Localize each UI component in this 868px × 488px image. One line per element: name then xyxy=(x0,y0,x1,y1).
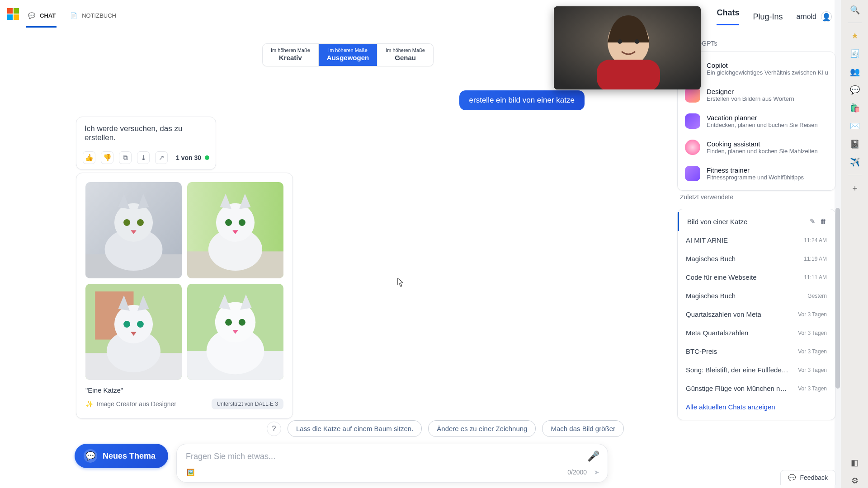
recent-item[interactable]: BTC-PreisVor 3 Tagen xyxy=(678,342,835,361)
help-icon[interactable]: ? xyxy=(267,422,281,436)
svg-point-22 xyxy=(114,305,153,343)
counter-text: 1 von 30 xyxy=(176,154,201,161)
tab-notebook[interactable]: 📄 NOTIZBUCH xyxy=(68,8,117,28)
sidepanel-toggle-icon[interactable]: ◧ xyxy=(848,455,862,470)
chat-icon: 💬 xyxy=(27,11,36,20)
view-all-chats[interactable]: Alle aktuellen Chats anzeigen xyxy=(678,398,835,416)
chat-input[interactable] xyxy=(185,451,581,462)
user-info[interactable]: arnold 👤 xyxy=(797,11,832,22)
suggestion-row: ? Lass die Katze auf einem Baum sitzen. … xyxy=(267,420,624,437)
user-avatar-icon: 👤 xyxy=(821,11,832,22)
recent-item[interactable]: Bild von einer Katze ✎ 🗑 xyxy=(678,212,835,231)
tab-chat[interactable]: 💬 CHAT xyxy=(26,8,57,28)
recent-item[interactable]: Quartalszahlen von MetaVor 3 Tagen xyxy=(678,305,835,324)
style-precise[interactable]: Im höheren Maße Genau xyxy=(377,44,433,66)
svg-point-40 xyxy=(618,39,622,44)
main-scrollbar[interactable] xyxy=(835,0,841,488)
style-precise-label: Genau xyxy=(386,54,425,62)
send-icon[interactable]: ✈️ xyxy=(848,155,862,169)
recent-title: Günstige Flüge von München nach Fra xyxy=(686,385,790,392)
copy-button[interactable]: ⧉ xyxy=(119,151,132,164)
recent-item[interactable]: Meta QuartalszahlenVor 3 Tagen xyxy=(678,324,835,342)
favorites-icon[interactable]: ★ xyxy=(848,28,862,43)
style-balanced[interactable]: Im höheren Maße Ausgewogen xyxy=(318,44,377,66)
generated-image-1[interactable] xyxy=(85,182,182,278)
fitness-icon xyxy=(685,166,700,181)
feedback-button[interactable]: 💬 Feedback xyxy=(780,470,835,485)
shopping-icon[interactable]: 🛍️ xyxy=(848,101,862,115)
suggestion-chip[interactable]: Mach das Bild größer xyxy=(542,420,624,437)
gpt-sub: Entdecken, planen und buchen Sie Reisen xyxy=(707,122,818,128)
generated-image-3[interactable] xyxy=(85,284,182,380)
recent-item[interactable]: Magisches BuchGestern xyxy=(678,286,835,305)
copilot-chat-icon[interactable]: 💬 xyxy=(848,83,862,97)
like-button[interactable]: 👍 xyxy=(83,151,95,164)
recent-item[interactable]: Song: Bleistift, der eine Füllfeder sein… xyxy=(678,361,835,379)
recent-item[interactable]: Günstige Flüge von München nach FraVor 3… xyxy=(678,379,835,398)
recent-title: AI MIT ARNIE xyxy=(686,236,728,244)
svg-rect-39 xyxy=(597,60,660,89)
recent-heading: Zuletzt verwendete xyxy=(680,193,835,201)
generated-image-4[interactable] xyxy=(187,284,283,380)
recent-time: 11:11 AM xyxy=(804,274,827,281)
download-button[interactable]: ⤓ xyxy=(137,151,150,164)
gpt-item-fitness[interactable]: Fitness trainer Fitnessprogramme und Woh… xyxy=(678,160,835,187)
cooking-icon xyxy=(685,140,700,155)
onenote-icon[interactable]: 📓 xyxy=(848,137,862,151)
generated-image-2[interactable] xyxy=(187,182,283,278)
svg-point-6 xyxy=(123,219,130,226)
gpt-name: Copilot xyxy=(707,61,828,69)
mic-icon[interactable]: 🎤 xyxy=(587,450,599,462)
svg-point-15 xyxy=(225,219,232,226)
user-name: arnold xyxy=(797,13,816,21)
recent-item[interactable]: Magisches Buch11:19 AM xyxy=(678,249,835,268)
recent-item[interactable]: AI MIT ARNIE11:24 AM xyxy=(678,231,835,249)
add-app-icon[interactable]: ＋ xyxy=(848,181,862,195)
gpt-name: Designer xyxy=(707,88,794,95)
gpt-item-copilot[interactable]: Copilot Ein gleichgewichtiges Verhältnis… xyxy=(678,56,835,82)
conversation-style-selector: Im höheren Maße Kreativ Im höheren Maße … xyxy=(262,43,434,66)
recent-time: Vor 3 Tagen xyxy=(798,330,827,336)
scroll-thumb[interactable] xyxy=(835,208,840,389)
suggestion-chip[interactable]: Lass die Katze auf einem Baum sitzen. xyxy=(288,420,422,437)
recent-time: 11:24 AM xyxy=(804,237,827,244)
dislike-button[interactable]: 👎 xyxy=(101,151,113,164)
image-result-card: "Eine Katze" ✨ Image Creator aus Designe… xyxy=(76,173,293,419)
people-icon[interactable]: 👥 xyxy=(848,65,862,79)
new-topic-label: Neues Thema xyxy=(103,451,156,461)
recent-actions: ✎ 🗑 xyxy=(810,217,827,225)
link-chats[interactable]: Chats xyxy=(717,8,739,25)
suggestion-chip[interactable]: Ändere es zu einer Zeichnung xyxy=(428,420,536,437)
recent-title: Song: Bleistift, der eine Füllfeder sein… xyxy=(686,366,790,374)
notebook-icon: 📄 xyxy=(69,11,78,20)
recent-time: Gestern xyxy=(807,293,827,299)
outlook-icon[interactable]: ✉️ xyxy=(848,119,862,133)
gpt-item-vacation[interactable]: Vacation planner Entdecken, planen und b… xyxy=(678,108,835,134)
gpt-name: Fitness trainer xyxy=(707,166,804,174)
image-upload-icon[interactable]: 🖼️ xyxy=(185,467,196,478)
link-plugins[interactable]: Plug-Ins xyxy=(753,12,783,22)
collections-icon[interactable]: 🧾 xyxy=(848,47,862,61)
style-creative[interactable]: Im höheren Maße Kreativ xyxy=(263,44,318,66)
search-icon[interactable]: 🔍 xyxy=(848,3,862,17)
powered-by-badge: Unterstützt von DALL·E 3 xyxy=(212,399,283,409)
settings-icon[interactable]: ⚙ xyxy=(848,474,862,488)
gpt-sub: Erstellen von Bildern aus Wörtern xyxy=(707,95,794,102)
share-button[interactable]: ↗ xyxy=(155,151,168,164)
recent-item[interactable]: Code für eine Webseite11:11 AM xyxy=(678,268,835,286)
rename-chat-icon[interactable]: ✎ xyxy=(810,217,816,225)
image-source[interactable]: ✨ Image Creator aus Designer xyxy=(85,400,176,408)
send-button-icon[interactable]: ➤ xyxy=(594,469,599,476)
gpt-item-designer[interactable]: Designer Erstellen von Bildern aus Wörte… xyxy=(678,82,835,108)
top-tabs: 💬 CHAT 📄 NOTIZBUCH xyxy=(26,8,117,28)
recent-title: Magisches Buch xyxy=(686,292,736,300)
assistant-message: Ich werde versuchen, das zu erstellen. 👍… xyxy=(76,117,216,170)
delete-chat-icon[interactable]: 🗑 xyxy=(820,217,827,225)
tab-notebook-label: NOTIZBUCH xyxy=(82,12,116,19)
recent-title: Meta Quartalszahlen xyxy=(686,329,748,337)
recent-title: Quartalszahlen von Meta xyxy=(686,310,761,318)
recent-time: Vor 3 Tagen xyxy=(798,385,827,392)
new-topic-button[interactable]: 💬 Neues Thema xyxy=(75,444,168,468)
gpt-item-cooking[interactable]: Cooking assistant Finden, planen und koc… xyxy=(678,134,835,160)
style-balanced-label: Ausgewogen xyxy=(327,54,369,62)
